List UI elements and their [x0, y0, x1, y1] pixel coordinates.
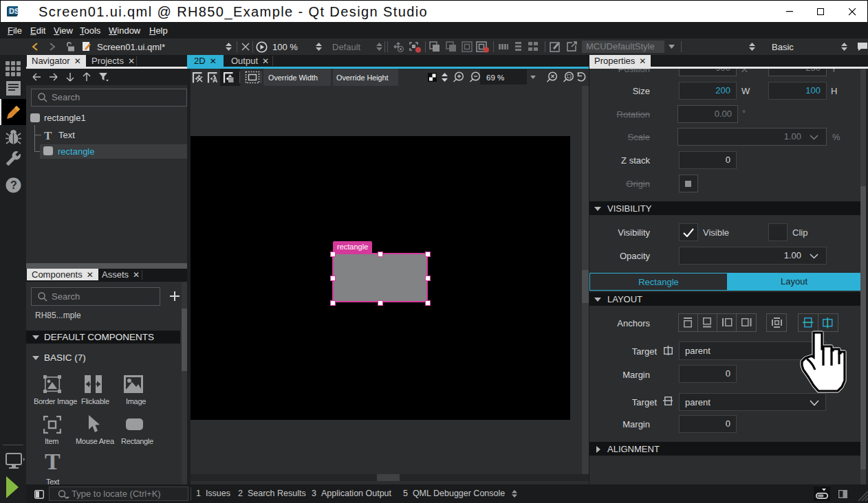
svg-text:?: ?: [10, 179, 17, 191]
svg-text:A: A: [213, 76, 217, 83]
svg-text:DS: DS: [9, 7, 19, 15]
